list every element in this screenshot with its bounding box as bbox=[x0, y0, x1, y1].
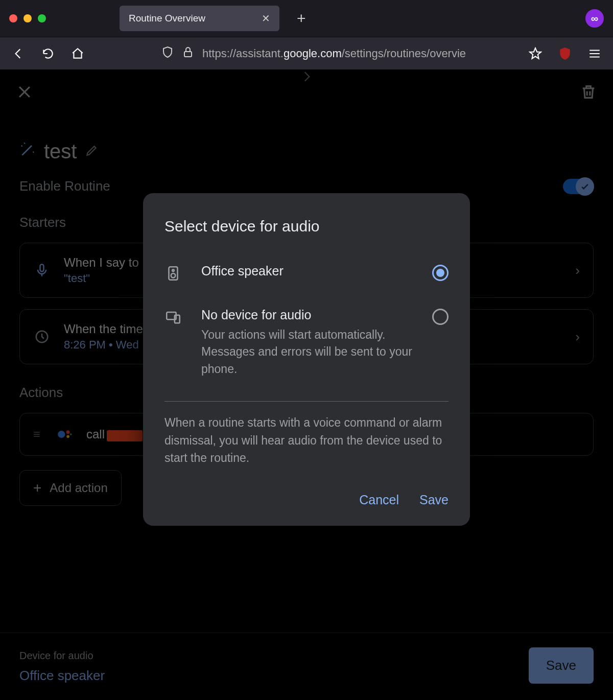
modal-save-button[interactable]: Save bbox=[419, 493, 449, 507]
hamburger-menu-icon[interactable] bbox=[587, 46, 602, 61]
browser-window: Routine Overview ✕ + ∞ https://ass bbox=[0, 0, 613, 69]
tab-strip: Routine Overview ✕ + ∞ bbox=[0, 0, 613, 37]
tracking-shield-icon[interactable] bbox=[161, 46, 174, 61]
option-label: No device for audio bbox=[201, 308, 415, 322]
option-description: Your actions will start automatically. M… bbox=[201, 326, 415, 378]
svg-point-8 bbox=[172, 269, 174, 271]
speaker-icon bbox=[164, 265, 184, 284]
new-tab-button[interactable]: + bbox=[297, 10, 306, 27]
svg-rect-0 bbox=[184, 52, 192, 57]
nav-bar: https://assistant.google.com/settings/ro… bbox=[0, 37, 613, 69]
browser-tab[interactable]: Routine Overview ✕ bbox=[120, 6, 279, 31]
select-audio-device-modal: Select device for audio Office speaker N… bbox=[143, 193, 470, 526]
modal-cancel-button[interactable]: Cancel bbox=[359, 493, 399, 507]
divider bbox=[164, 401, 449, 402]
bookmark-star-icon[interactable] bbox=[528, 46, 543, 61]
reload-button[interactable] bbox=[41, 46, 55, 61]
audio-option-no-device[interactable]: No device for audio Your actions will st… bbox=[164, 308, 449, 378]
modal-note: When a routine starts with a voice comma… bbox=[164, 414, 449, 467]
window-minimize-button[interactable] bbox=[23, 14, 32, 22]
window-maximize-button[interactable] bbox=[38, 14, 46, 22]
tab-title: Routine Overview bbox=[129, 13, 205, 24]
window-close-button[interactable] bbox=[9, 14, 17, 22]
tab-close-icon[interactable]: ✕ bbox=[262, 12, 270, 25]
extension-icon[interactable]: ∞ bbox=[585, 9, 604, 28]
address-bar[interactable]: https://assistant.google.com/settings/ro… bbox=[100, 46, 513, 61]
radio-unselected[interactable] bbox=[432, 309, 449, 325]
lock-icon[interactable] bbox=[182, 46, 194, 61]
ublock-icon[interactable] bbox=[558, 46, 572, 61]
url-text: https://assistant.google.com/settings/ro… bbox=[202, 47, 466, 60]
svg-point-9 bbox=[171, 273, 176, 278]
home-button[interactable] bbox=[70, 46, 85, 61]
back-button[interactable] bbox=[11, 46, 26, 61]
radio-selected[interactable] bbox=[432, 265, 449, 281]
audio-option-office-speaker[interactable]: Office speaker bbox=[164, 264, 449, 284]
window-controls bbox=[9, 14, 46, 22]
option-label: Office speaker bbox=[201, 264, 415, 278]
devices-icon bbox=[164, 309, 184, 328]
modal-title: Select device for audio bbox=[164, 218, 449, 235]
